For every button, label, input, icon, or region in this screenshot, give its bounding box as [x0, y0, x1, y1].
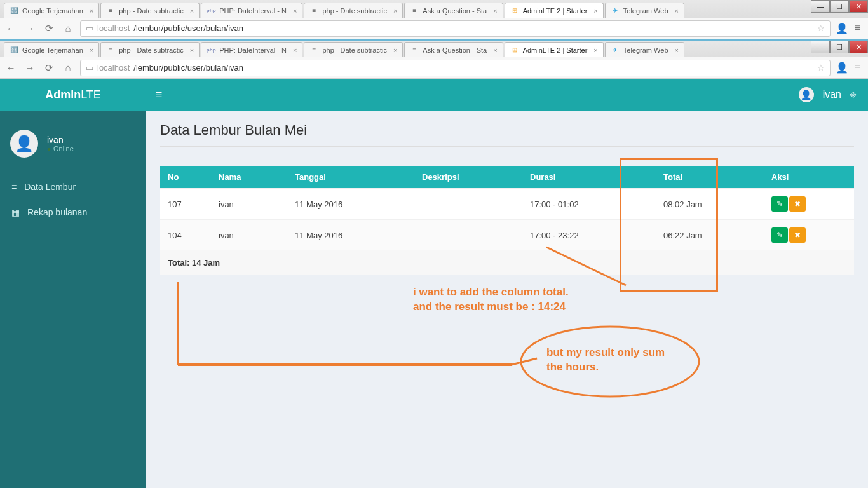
- menu-icon[interactable]: ≡: [855, 62, 860, 74]
- brand[interactable]: AdminLTE: [0, 88, 146, 102]
- browser-tab[interactable]: 🔠Google Terjemahan×: [4, 42, 99, 57]
- browser-tab[interactable]: ≡Ask a Question - Sta×: [404, 42, 503, 57]
- browser-tab[interactable]: ≡Ask a Question - Sta×: [404, 3, 503, 18]
- browser-tab[interactable]: phpPHP: DateInterval - N×: [201, 42, 302, 57]
- close-icon[interactable]: ×: [393, 46, 397, 54]
- browser-tab[interactable]: ✈Telegram Web×: [605, 3, 684, 18]
- sidebar-item-data-lembur[interactable]: ≡ Data Lembur: [0, 174, 146, 200]
- status-dot-icon: ●: [47, 146, 51, 152]
- window-close-button[interactable]: ✕: [849, 0, 868, 13]
- cell-aksi: ✎✖: [764, 220, 854, 251]
- browser-tab[interactable]: phpPHP: DateInterval - N×: [201, 3, 302, 18]
- browser-toolbar-outer: ← → ⟳ ⌂ ▭ localhost/lembur/public/user/b…: [0, 18, 868, 39]
- brand-light: LTE: [81, 88, 101, 101]
- back-button[interactable]: ←: [4, 61, 18, 75]
- col-no: No: [160, 166, 211, 189]
- close-icon[interactable]: ×: [90, 46, 93, 54]
- close-icon[interactable]: ×: [293, 7, 297, 15]
- home-button[interactable]: ⌂: [61, 61, 75, 75]
- close-icon[interactable]: ×: [393, 7, 397, 15]
- sidebar: 👤 ivan ●Online ≡ Data Lembur ▦ Rekap bul…: [0, 111, 146, 488]
- edit-button[interactable]: ✎: [771, 196, 788, 212]
- window-minimize-button[interactable]: —: [811, 41, 830, 53]
- topbar-username[interactable]: ivan: [823, 89, 841, 100]
- delete-button[interactable]: ✖: [789, 196, 806, 212]
- close-icon[interactable]: ×: [593, 7, 597, 15]
- page-icon: ▭: [86, 63, 93, 72]
- page-title: Data Lembur Bulan Mei: [160, 122, 854, 139]
- window-maximize-button[interactable]: ☐: [830, 41, 849, 53]
- browser-tab[interactable]: ≡php - Date subtractic×: [100, 42, 200, 57]
- cell-durasi: 17:00 - 01:02: [522, 189, 656, 220]
- annotation-text-result: but my result only sum the hours.: [546, 346, 665, 375]
- close-icon[interactable]: ×: [675, 7, 679, 15]
- browser-tab[interactable]: ✈Telegram Web×: [605, 42, 684, 57]
- favicon: ✈: [611, 6, 620, 15]
- annotation-text-want: i want to add the column total. and the …: [413, 285, 569, 315]
- profile-icon[interactable]: 👤: [836, 62, 848, 74]
- close-icon[interactable]: ×: [593, 46, 597, 54]
- bookmark-star-icon[interactable]: ☆: [817, 24, 825, 33]
- sidebar-toggle-icon[interactable]: ≡: [146, 88, 172, 102]
- sidebar-status: ●Online: [47, 145, 74, 152]
- browser-tab-active[interactable]: ⊞AdminLTE 2 | Starter×: [505, 3, 604, 18]
- forward-button[interactable]: →: [23, 22, 37, 36]
- browser-tabs-row-outer: 🔠Google Terjemahan× ≡php - Date subtract…: [0, 0, 868, 18]
- divider: [160, 146, 854, 147]
- tab-label: Google Terjemahan: [22, 7, 83, 15]
- close-icon[interactable]: ×: [190, 46, 194, 54]
- close-icon[interactable]: ×: [493, 7, 497, 15]
- favicon: 🔠: [10, 46, 18, 55]
- cell-total: 08:02 Jam: [656, 189, 764, 220]
- col-nama: Nama: [211, 166, 287, 189]
- address-bar[interactable]: ▭ localhost/lembur/public/user/bulan/iva…: [80, 60, 831, 76]
- edit-button[interactable]: ✎: [771, 227, 788, 243]
- page-icon: ▭: [86, 24, 93, 33]
- browser-tab-active[interactable]: ⊞AdminLTE 2 | Starter×: [505, 42, 604, 57]
- sidebar-item-label: Rekap bulanan: [27, 207, 87, 217]
- table-row: 104 ivan 11 May 2016 17:00 - 23:22 06:22…: [160, 220, 854, 251]
- browser-tab[interactable]: ≡php - Date subtractic×: [304, 42, 403, 57]
- forward-button[interactable]: →: [23, 61, 37, 75]
- browser-tab[interactable]: ≡php - Date subtractic×: [100, 3, 200, 18]
- window-close-button[interactable]: ✕: [849, 41, 868, 53]
- sidebar-item-label: Data Lembur: [24, 182, 76, 192]
- close-icon[interactable]: ×: [293, 46, 297, 54]
- cell-tanggal: 11 May 2016: [287, 189, 414, 220]
- sidebar-item-rekap-bulanan[interactable]: ▦ Rekap bulanan: [0, 200, 146, 225]
- window-maximize-button[interactable]: ☐: [830, 0, 849, 13]
- url-path: /lembur/public/user/bulan/ivan: [133, 63, 243, 72]
- close-icon[interactable]: ×: [675, 46, 679, 54]
- favicon: ⊞: [510, 6, 519, 15]
- cell-deskripsi: [414, 220, 522, 251]
- col-tanggal: Tanggal: [287, 166, 414, 189]
- tab-label: Ask a Question - Sta: [423, 46, 487, 54]
- signout-icon[interactable]: ⎆: [850, 89, 857, 100]
- delete-button[interactable]: ✖: [789, 227, 806, 243]
- back-button[interactable]: ←: [4, 22, 18, 36]
- tab-label: Telegram Web: [623, 46, 668, 54]
- profile-icon[interactable]: 👤: [836, 22, 848, 34]
- tab-label: php - Date subtractic: [119, 7, 184, 15]
- col-deskripsi: Deskripsi: [414, 166, 522, 189]
- browser-tab[interactable]: ≡php - Date subtractic×: [304, 3, 403, 18]
- browser-tab[interactable]: 🔠Google Terjemahan×: [4, 3, 99, 18]
- window-minimize-button[interactable]: —: [811, 0, 830, 13]
- list-icon: ≡: [11, 182, 17, 192]
- tab-label: Telegram Web: [623, 7, 668, 15]
- close-icon[interactable]: ×: [90, 7, 93, 15]
- favicon: ≡: [410, 46, 419, 55]
- reload-button[interactable]: ⟳: [42, 22, 56, 36]
- reload-button[interactable]: ⟳: [42, 61, 56, 75]
- close-icon[interactable]: ×: [190, 7, 194, 15]
- bookmark-star-icon[interactable]: ☆: [817, 63, 825, 72]
- home-button[interactable]: ⌂: [61, 22, 75, 36]
- address-bar[interactable]: ▭ localhost/lembur/public/user/bulan/iva…: [80, 20, 831, 37]
- tab-label: Ask a Question - Sta: [423, 7, 487, 15]
- window-controls: — ☐ ✕: [811, 0, 868, 13]
- favicon: php: [207, 6, 215, 15]
- close-icon[interactable]: ×: [493, 46, 497, 54]
- col-aksi: Aksi: [764, 166, 854, 189]
- avatar[interactable]: 👤: [799, 87, 814, 102]
- menu-icon[interactable]: ≡: [855, 22, 860, 34]
